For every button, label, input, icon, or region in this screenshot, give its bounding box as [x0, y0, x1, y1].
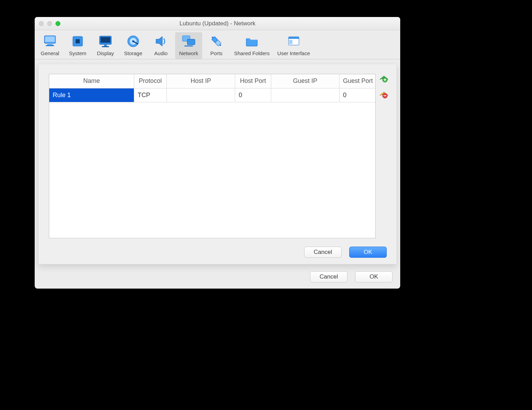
col-header-hostip[interactable]: Host IP: [166, 74, 235, 88]
toolbar-label: Storage: [124, 50, 143, 56]
toolbar-label: Audio: [154, 50, 168, 56]
speaker-icon: [153, 34, 169, 49]
svg-line-30: [212, 37, 213, 38]
cell-guestip[interactable]: [271, 88, 339, 102]
toolbar-label: Display: [97, 50, 114, 56]
toolbar-label: Shared Folders: [234, 50, 270, 56]
rule-side-buttons: [379, 75, 389, 100]
ports-icon: [209, 34, 224, 49]
cell-hostip[interactable]: [166, 88, 235, 102]
monitor-icon: [42, 34, 58, 49]
toolbar-tab-system[interactable]: System: [64, 32, 91, 59]
svg-rect-33: [289, 37, 299, 39]
svg-rect-27: [185, 45, 193, 46]
svg-rect-3: [46, 45, 54, 46]
toolbar-label: User Interface: [277, 50, 310, 56]
window-title: Lubuntu (Updated) - Network: [35, 20, 400, 27]
port-forwarding-panel: Name Protocol Host IP Host Port Guest IP…: [38, 64, 397, 264]
window-ok-button[interactable]: OK: [355, 271, 393, 282]
table-header-row: Name Protocol Host IP Host Port Guest IP…: [49, 74, 375, 88]
col-header-guestport[interactable]: Guest Port: [340, 74, 375, 88]
remove-rule-button[interactable]: [379, 91, 389, 100]
zoom-window-button[interactable]: [55, 21, 60, 26]
col-header-hostport[interactable]: Host Port: [235, 74, 271, 88]
display-icon: [98, 34, 113, 49]
toolbar-tab-network[interactable]: Network: [175, 32, 202, 59]
toolbar-tab-audio[interactable]: Audio: [147, 32, 174, 59]
window-cancel-button[interactable]: Cancel: [310, 271, 347, 282]
svg-line-31: [220, 45, 221, 46]
remove-rule-icon: [379, 91, 389, 100]
svg-rect-19: [101, 37, 110, 43]
ui-icon: [286, 34, 301, 49]
cell-hostport[interactable]: 0: [235, 88, 271, 102]
minimize-window-button[interactable]: [47, 21, 52, 26]
add-rule-icon: [379, 75, 389, 84]
toolbar-label: System: [69, 50, 86, 56]
toolbar-tab-ui[interactable]: User Interface: [274, 32, 314, 59]
settings-toolbar: General System: [35, 30, 400, 59]
table-row[interactable]: Rule 1 TCP 0 0: [49, 88, 375, 102]
panel-ok-button[interactable]: OK: [349, 247, 387, 258]
add-rule-button[interactable]: [379, 75, 389, 84]
col-header-protocol[interactable]: Protocol: [134, 74, 166, 88]
cell-guestport[interactable]: 0: [340, 88, 375, 102]
svg-rect-20: [104, 45, 107, 46]
toolbar-label: Ports: [210, 50, 222, 56]
svg-rect-2: [47, 44, 53, 45]
col-header-name[interactable]: Name: [49, 74, 134, 88]
toolbar-tab-storage[interactable]: Storage: [120, 32, 147, 59]
cell-name[interactable]: Rule 1: [49, 88, 134, 102]
window-dialog-buttons: Cancel OK: [310, 271, 393, 282]
cell-protocol[interactable]: TCP: [134, 88, 166, 102]
toolbar-label: Network: [179, 50, 198, 56]
svg-rect-5: [76, 39, 80, 43]
toolbar-tab-sharedfolders[interactable]: Shared Folders: [231, 32, 273, 59]
toolbar-label: General: [41, 50, 59, 56]
window-controls: [39, 21, 60, 26]
titlebar: Lubuntu (Updated) - Network: [35, 17, 400, 30]
folder-icon: [244, 34, 259, 49]
rules-table-container: Name Protocol Host IP Host Port Guest IP…: [49, 74, 376, 238]
panel-dialog-buttons: Cancel OK: [304, 247, 387, 258]
disk-icon: [126, 34, 141, 49]
svg-rect-34: [289, 40, 292, 44]
settings-window: Lubuntu (Updated) - Network General: [35, 17, 400, 289]
svg-rect-21: [102, 46, 109, 47]
port-forwarding-table: Name Protocol Host IP Host Port Guest IP…: [49, 74, 375, 102]
toolbar-tab-ports[interactable]: Ports: [203, 32, 230, 59]
col-header-guestip[interactable]: Guest IP: [271, 74, 339, 88]
svg-rect-26: [187, 39, 195, 45]
toolbar-tab-general[interactable]: General: [36, 32, 63, 59]
chip-icon: [70, 34, 85, 49]
panel-cancel-button[interactable]: Cancel: [304, 247, 342, 258]
network-icon: [181, 34, 196, 49]
toolbar-tab-display[interactable]: Display: [92, 32, 119, 59]
svg-rect-1: [45, 36, 55, 42]
close-window-button[interactable]: [39, 21, 44, 26]
